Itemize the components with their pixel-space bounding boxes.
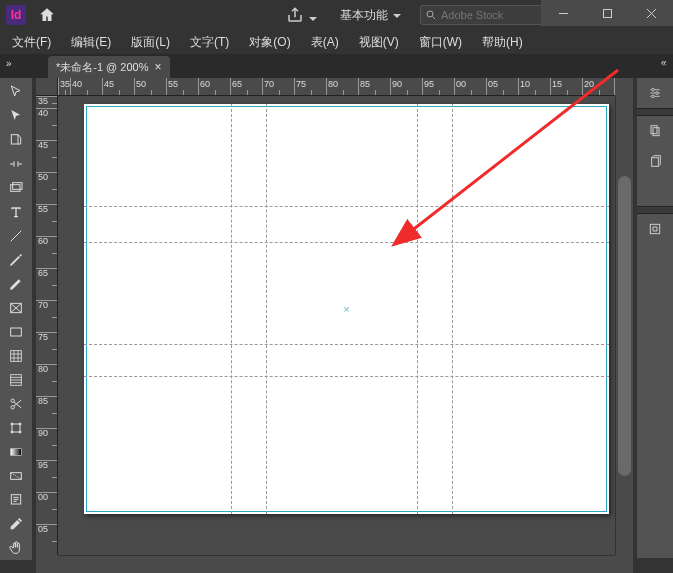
ruler-tick: 45 [36,140,57,172]
menu-view[interactable]: 视图(V) [349,31,409,54]
chevron-down-icon [392,10,402,20]
vertical-ruler[interactable]: 35 40 45 50 55 60 65 70 75 80 85 90 95 0… [36,96,58,555]
menu-type[interactable]: 文字(T) [180,31,239,54]
ruler-tick: 85 [358,78,390,95]
svg-point-12 [11,423,13,425]
guide-horizontal[interactable] [84,206,609,207]
ruler-tick: 80 [36,364,57,396]
scissors-tool[interactable] [1,392,31,416]
rectangle-tool[interactable] [1,320,31,344]
direct-selection-tool[interactable] [1,104,31,128]
document-tab-label: *未命名-1 @ 200% [56,60,148,75]
svg-point-21 [652,95,655,98]
guide-vertical[interactable] [231,104,232,514]
horizontal-ruler[interactable]: 35 40 45 50 55 60 65 70 75 80 85 90 95 0… [58,78,615,96]
document-tab[interactable]: *未命名-1 @ 200% × [48,56,170,78]
ruler-tick: 25 [614,78,615,95]
tab-close-icon[interactable]: × [154,60,161,74]
menu-help[interactable]: 帮助(H) [472,31,533,54]
hand-tool[interactable] [1,536,31,560]
eyedropper-tool[interactable] [1,512,31,536]
line-tool[interactable] [1,224,31,248]
svg-rect-24 [652,158,659,167]
menu-table[interactable]: 表(A) [301,31,349,54]
selection-tool[interactable] [1,80,31,104]
ruler-tick: 05 [486,78,518,95]
rectangle-frame-tool[interactable] [1,296,31,320]
guide-vertical[interactable] [452,104,453,514]
right-panel-rail [637,78,673,558]
gradient-swatch-tool[interactable] [1,440,31,464]
page[interactable]: × [84,104,609,514]
ruler-tick: 10 [518,78,550,95]
horizontal-scrollbar[interactable] [58,555,615,573]
expand-right-icon[interactable]: » [661,58,667,69]
svg-point-15 [19,431,21,433]
page-viewport[interactable]: × [58,96,615,555]
panel-grabber[interactable] [637,108,673,116]
guide-horizontal[interactable] [84,242,609,243]
svg-rect-16 [11,449,22,456]
home-icon[interactable] [38,6,56,24]
menu-window[interactable]: 窗口(W) [409,31,472,54]
ruler-tick: 50 [36,172,57,204]
menu-layout[interactable]: 版面(L) [121,31,180,54]
svg-point-20 [656,92,659,95]
minimize-button[interactable] [541,0,585,26]
panel-grabber[interactable] [637,206,673,214]
tools-panel [0,78,32,560]
menu-edit[interactable]: 编辑(E) [61,31,121,54]
page-center-mark: × [343,303,349,315]
svg-rect-11 [12,424,20,432]
guide-vertical[interactable] [417,104,418,514]
search-icon [425,9,437,21]
ruler-tick: 00 [454,78,486,95]
guide-horizontal[interactable] [84,376,609,377]
svg-point-14 [11,431,13,433]
scrollbar-thumb[interactable] [618,176,631,476]
pencil-tool[interactable] [1,272,31,296]
svg-rect-25 [650,224,659,233]
page-tool[interactable] [1,128,31,152]
svg-rect-6 [11,328,22,336]
guide-horizontal[interactable] [84,344,609,345]
share-icon[interactable] [286,6,304,24]
vertical-scrollbar[interactable] [615,96,633,555]
menu-object[interactable]: 对象(O) [239,31,300,54]
menu-file[interactable]: 文件(F) [2,31,61,54]
svg-point-13 [19,423,21,425]
free-transform-tool[interactable] [1,416,31,440]
ruler-tick: 65 [36,268,57,300]
ruler-tick: 75 [294,78,326,95]
properties-panel-icon[interactable] [639,78,671,108]
app-icon: Id [6,5,26,25]
grid-tool[interactable] [1,344,31,368]
ruler-origin[interactable] [36,78,58,96]
ruler-tick: 90 [390,78,422,95]
maximize-button[interactable] [585,0,629,26]
guide-vertical[interactable] [266,104,267,514]
ruler-tick: 00 [36,492,57,524]
pen-tool[interactable] [1,248,31,272]
type-tool[interactable] [1,200,31,224]
ruler-tick: 90 [36,428,57,460]
ruler-tick: 60 [198,78,230,95]
note-tool[interactable] [1,488,31,512]
pages-panel-icon[interactable] [639,116,671,146]
svg-point-9 [11,399,14,402]
chevron-down-icon[interactable] [308,10,318,20]
title-bar: Id 基本功能 [0,0,673,30]
ruler-tick: 55 [36,204,57,236]
ruler-tick: 80 [326,78,358,95]
cc-libraries-panel-icon[interactable] [639,214,671,244]
close-button[interactable] [629,0,673,26]
ruler-tick: 75 [36,332,57,364]
horizontal-grid-tool[interactable] [1,368,31,392]
layers-panel-icon[interactable] [639,146,671,176]
expand-left-icon[interactable]: » [6,58,12,69]
gap-tool[interactable] [1,152,31,176]
workspace-switcher[interactable]: 基本功能 [332,5,410,26]
gradient-feather-tool[interactable] [1,464,31,488]
svg-rect-4 [13,183,22,190]
content-collector-tool[interactable] [1,176,31,200]
